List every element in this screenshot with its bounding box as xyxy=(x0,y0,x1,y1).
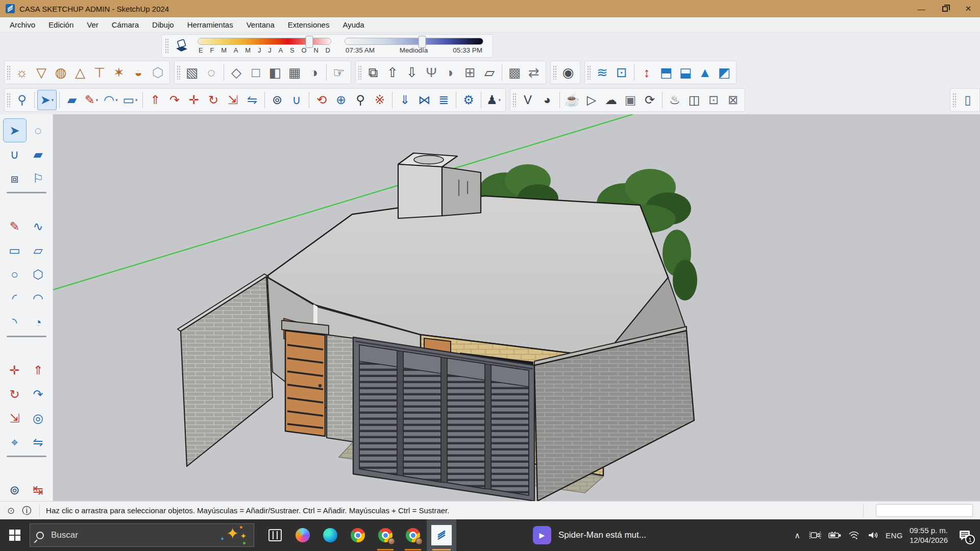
vray-vfb-window[interactable]: ◫ xyxy=(684,90,704,110)
line-tool[interactable]: ✎▾ xyxy=(82,90,101,110)
style-shaded[interactable]: ◧ xyxy=(265,62,285,83)
minimize-button[interactable]: — xyxy=(910,0,933,17)
object-import-down[interactable]: ⇩ xyxy=(402,62,422,83)
taskbar-clock[interactable]: 09:55 p. m. 12/04/2026 xyxy=(910,525,948,545)
flip-tool[interactable]: ⇋ xyxy=(27,430,50,454)
measurements-input[interactable] xyxy=(876,504,973,517)
modeling-viewport[interactable] xyxy=(53,114,980,501)
vray-ies-light[interactable]: ⊤ xyxy=(90,62,109,83)
components-tool[interactable]: ⧈ xyxy=(3,166,27,190)
wifi-tray-icon[interactable] xyxy=(848,530,860,540)
paint-bucket-tool[interactable]: ∪ xyxy=(287,90,306,110)
grab-object[interactable]: ☞ xyxy=(329,62,349,83)
sketchup-app-active[interactable] xyxy=(427,519,456,551)
vray-render-cloud[interactable]: ☁ xyxy=(601,90,621,110)
dropdown-caret[interactable]: ▾ xyxy=(52,97,54,103)
menu-edicion[interactable]: Edición xyxy=(42,17,80,33)
paint-bucket-tool[interactable]: ∪ xyxy=(3,142,27,166)
scale-tool[interactable]: ⇲ xyxy=(223,90,242,110)
restore-button[interactable] xyxy=(933,0,957,17)
axes-tool[interactable]: ⌖ xyxy=(3,430,27,454)
window-panes[interactable]: ⊞ xyxy=(460,62,480,83)
menu-ver[interactable]: Ver xyxy=(80,17,105,33)
month-slider-track[interactable] xyxy=(198,38,331,45)
circle-tool[interactable]: ○ xyxy=(3,262,27,286)
sandbox-drape[interactable]: ⬓ xyxy=(676,62,695,83)
media-play-icon[interactable]: ▶ xyxy=(533,526,551,544)
vray-omni-light[interactable]: ✶ xyxy=(109,62,129,83)
arc-tool[interactable]: ◠▾ xyxy=(101,90,120,110)
shadow-toggle-button[interactable] xyxy=(173,37,190,55)
offset-tool[interactable]: ◎ xyxy=(27,406,50,430)
arc-tool[interactable]: ◠ xyxy=(27,286,50,310)
rectangle-tool[interactable]: ▭▾ xyxy=(120,90,140,110)
style-hidden-line[interactable]: □ xyxy=(246,62,265,83)
vray-asset-editor[interactable]: ◕ xyxy=(537,90,557,110)
vray-lock-viewport[interactable]: ⊠ xyxy=(723,90,743,110)
menu-camara[interactable]: Cámara xyxy=(105,17,145,33)
vray-render[interactable]: ☕ xyxy=(562,90,582,110)
page-flip[interactable]: ▱ xyxy=(480,62,499,83)
credits-icon[interactable]: ⓘ xyxy=(22,505,31,517)
dropdown-caret[interactable]: ▾ xyxy=(135,97,138,103)
time-slider-handle[interactable] xyxy=(419,36,426,48)
lasso-tool[interactable]: ◌ xyxy=(27,118,50,142)
pan-tool[interactable]: ⊕ xyxy=(331,90,351,110)
tape-measure-tool[interactable]: ⊚ xyxy=(3,478,27,501)
zoom-extents-tool[interactable]: ※ xyxy=(370,90,389,110)
menu-herramientas[interactable]: Herramientas xyxy=(181,17,240,33)
menu-archivo[interactable]: Archivo xyxy=(3,17,42,33)
object-export-up[interactable]: ⇧ xyxy=(383,62,402,83)
mirror-tool[interactable]: ⇋ xyxy=(242,90,262,110)
preview-hidden-eye[interactable]: ◉ xyxy=(558,62,578,83)
polygon-tool[interactable]: ⬡ xyxy=(27,262,50,286)
dropdown-caret[interactable]: ▾ xyxy=(498,97,501,103)
camera-tray-icon[interactable] xyxy=(809,530,821,540)
media-notification[interactable]: ▶ Spider-Man está mut... xyxy=(533,526,646,544)
zoom-tool[interactable]: ⚲ xyxy=(351,90,370,110)
vray-dome-light[interactable]: ◒ xyxy=(129,62,148,83)
start-button[interactable] xyxy=(0,519,30,551)
copilot-app[interactable] xyxy=(289,519,316,551)
style-xray[interactable]: ▧ xyxy=(182,62,202,83)
drape-shell[interactable]: ◗ xyxy=(441,62,460,83)
vray-plane-light[interactable]: ▽ xyxy=(32,62,51,83)
battery-tray-icon[interactable] xyxy=(828,531,841,540)
eraser-tool[interactable]: ▰ xyxy=(62,90,82,110)
orbit-tool[interactable]: ⟲ xyxy=(312,90,331,110)
pie-tool[interactable]: ◔ xyxy=(27,310,50,334)
vegetation-grass[interactable]: Ψ xyxy=(422,62,441,83)
month-slider-handle[interactable] xyxy=(306,36,313,48)
time-slider-track[interactable] xyxy=(345,38,483,45)
task-view-button[interactable] xyxy=(261,519,289,551)
rectangle-tool[interactable]: ▭ xyxy=(3,238,27,262)
style-back-edges[interactable]: ◌ xyxy=(202,62,221,83)
chrome-app[interactable] xyxy=(344,519,372,551)
sandbox-from-contours[interactable]: ≋ xyxy=(593,62,612,83)
sandbox-flip-edge[interactable]: ◩ xyxy=(715,62,734,83)
line-tool[interactable]: ✎ xyxy=(3,214,27,238)
rotated-rectangle-tool[interactable]: ▱ xyxy=(27,238,50,262)
section-plane[interactable]: ⧉ xyxy=(363,62,383,83)
menu-ayuda[interactable]: Ayuda xyxy=(336,17,371,33)
vray-spot-light[interactable]: △ xyxy=(70,62,90,83)
tag-tool[interactable]: ⚐ xyxy=(27,166,50,190)
vray-frame-buffer[interactable]: ▣ xyxy=(621,90,640,110)
taskbar-search[interactable]: ✦✦✦ xyxy=(30,523,254,547)
vray-logo[interactable]: V xyxy=(518,90,537,110)
select-tool[interactable]: ➤ xyxy=(3,118,27,142)
rotate-tool[interactable]: ↻ xyxy=(3,382,27,406)
grid-panel[interactable]: ▩ xyxy=(505,62,524,83)
menu-dibujo[interactable]: Dibujo xyxy=(145,17,181,33)
walkthrough-person[interactable]: ♟▾ xyxy=(484,90,503,110)
search-input[interactable] xyxy=(50,530,220,541)
volume-tray-icon[interactable] xyxy=(867,530,879,540)
dropdown-caret[interactable]: ▾ xyxy=(96,97,99,103)
three-point-arc-tool[interactable]: ◝ xyxy=(3,310,27,334)
two-point-arc-tool[interactable]: ◜ xyxy=(3,286,27,310)
vray-mesh-light[interactable]: ⬡ xyxy=(148,62,167,83)
sandbox-stamp[interactable]: ⬒ xyxy=(656,62,676,83)
move-tool[interactable]: ✛ xyxy=(184,90,204,110)
sandbox-add-detail[interactable]: ▲ xyxy=(695,62,715,83)
dropdown-caret[interactable]: ▾ xyxy=(115,97,118,103)
